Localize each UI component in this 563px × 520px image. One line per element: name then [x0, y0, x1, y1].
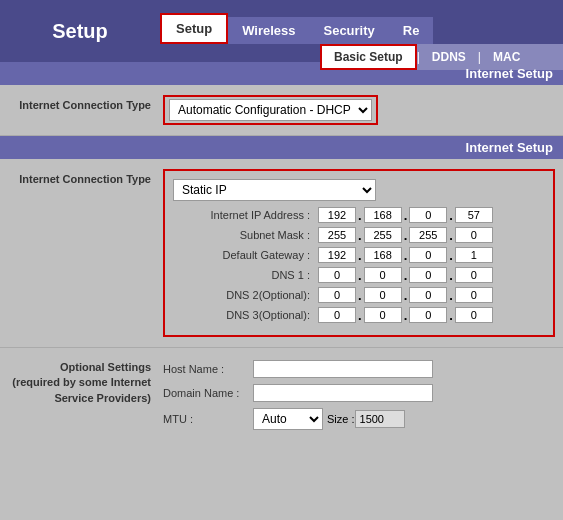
subnet-1[interactable] — [318, 227, 356, 243]
subnet-label: Subnet Mask : — [173, 229, 318, 241]
dns3-4[interactable] — [455, 307, 493, 323]
tab-security[interactable]: Security — [309, 17, 388, 44]
mtu-label: MTU : — [163, 413, 253, 425]
gateway-1[interactable] — [318, 247, 356, 263]
optional-label: Optional Settings(required by some Inter… — [8, 360, 163, 406]
mtu-select[interactable]: Auto Manual — [253, 408, 323, 430]
ip-addr-2[interactable] — [364, 207, 402, 223]
ip-address-inputs: . . . — [318, 207, 493, 223]
domainname-input[interactable] — [253, 384, 433, 402]
dns2-1[interactable] — [318, 287, 356, 303]
optional-fields: Host Name : Domain Name : MTU : Auto Man… — [163, 360, 555, 436]
dns2-row: DNS 2(Optional): . . . — [173, 287, 545, 303]
gateway-4[interactable] — [455, 247, 493, 263]
section2-connection-select[interactable]: Static IP Automatic Configuration - DHCP… — [173, 179, 376, 201]
gateway-dot-2: . — [404, 248, 408, 263]
subnav-mac[interactable]: MAC — [481, 46, 532, 68]
dns1-inputs: . . . — [318, 267, 493, 283]
gateway-dot-3: . — [449, 248, 453, 263]
subnet-4[interactable] — [455, 227, 493, 243]
optional-label-text: Optional Settings(required by some Inter… — [12, 361, 151, 404]
page-wrapper: Setup Setup Wireless Security Re Basic S… — [0, 0, 563, 446]
dns1-4[interactable] — [455, 267, 493, 283]
subnav-ddns[interactable]: DDNS — [420, 46, 478, 68]
dns3-label: DNS 3(Optional): — [173, 309, 318, 321]
ip-addr-3[interactable] — [409, 207, 447, 223]
subnet-dot-2: . — [404, 228, 408, 243]
dns3-3[interactable] — [409, 307, 447, 323]
gateway-dot-1: . — [358, 248, 362, 263]
dns3-row: DNS 3(Optional): . . . — [173, 307, 545, 323]
dns2-4[interactable] — [455, 287, 493, 303]
tab-re[interactable]: Re — [389, 17, 434, 44]
dns2-3[interactable] — [409, 287, 447, 303]
tab-wireless[interactable]: Wireless — [228, 17, 309, 44]
ip-address-label: Internet IP Address : — [173, 209, 318, 221]
dns3-dot-1: . — [358, 308, 362, 323]
section2-content: Internet Setup Internet Connection Type … — [0, 136, 563, 446]
dns1-dot-3: . — [449, 268, 453, 283]
section1-select-wrapper: Automatic Configuration - DHCP Static IP… — [163, 95, 378, 125]
mtu-size-label: Size : — [327, 413, 355, 425]
dns2-dot-2: . — [404, 288, 408, 303]
gateway-inputs: . . . — [318, 247, 493, 263]
dns2-label: DNS 2(Optional): — [173, 289, 318, 301]
mtu-size-input[interactable] — [355, 410, 405, 428]
dns1-1[interactable] — [318, 267, 356, 283]
subnet-row: Subnet Mask : . . . — [173, 227, 545, 243]
dns3-dot-3: . — [449, 308, 453, 323]
dns1-3[interactable] — [409, 267, 447, 283]
subnet-inputs: . . . — [318, 227, 493, 243]
ip-dot-1: . — [358, 208, 362, 223]
ip-address-row: Internet IP Address : . . . — [173, 207, 545, 223]
optional-section-row: Optional Settings(required by some Inter… — [0, 348, 563, 446]
dns3-1[interactable] — [318, 307, 356, 323]
section1-content: Internet Setup Internet Connection Type … — [0, 62, 563, 135]
mtu-row: MTU : Auto Manual Size : — [163, 408, 555, 430]
subnet-dot-1: . — [358, 228, 362, 243]
dns2-inputs: . . . — [318, 287, 493, 303]
nav-tabs: Setup Wireless Security Re — [160, 0, 563, 44]
dns3-inputs: . . . — [318, 307, 493, 323]
section2-connection-label: Internet Connection Type — [8, 169, 163, 185]
dns1-dot-1: . — [358, 268, 362, 283]
dns2-2[interactable] — [364, 287, 402, 303]
section1-row: Internet Connection Type Automatic Confi… — [0, 85, 563, 135]
gateway-2[interactable] — [364, 247, 402, 263]
subnet-2[interactable] — [364, 227, 402, 243]
dns1-2[interactable] — [364, 267, 402, 283]
static-type-row: Static IP Automatic Configuration - DHCP… — [173, 179, 545, 201]
app-title: Setup — [0, 20, 160, 43]
subnet-dot-3: . — [449, 228, 453, 243]
domainname-row: Domain Name : — [163, 384, 555, 402]
section1-connection-content: Automatic Configuration - DHCP Static IP… — [163, 95, 555, 125]
ip-addr-1[interactable] — [318, 207, 356, 223]
hostname-row: Host Name : — [163, 360, 555, 378]
dns2-dot-3: . — [449, 288, 453, 303]
ip-dot-2: . — [404, 208, 408, 223]
ip-addr-4[interactable] — [455, 207, 493, 223]
hostname-input[interactable] — [253, 360, 433, 378]
dns3-2[interactable] — [364, 307, 402, 323]
section2-header: Internet Setup — [0, 136, 563, 159]
dns2-dot-1: . — [358, 288, 362, 303]
domainname-label: Domain Name : — [163, 387, 253, 399]
subnav-basic-setup[interactable]: Basic Setup — [320, 44, 417, 70]
gateway-3[interactable] — [409, 247, 447, 263]
section2-connection-content: Static IP Automatic Configuration - DHCP… — [163, 169, 555, 337]
ip-dot-3: . — [449, 208, 453, 223]
dns1-dot-2: . — [404, 268, 408, 283]
section1-connection-select[interactable]: Automatic Configuration - DHCP Static IP… — [169, 99, 372, 121]
static-ip-box: Static IP Automatic Configuration - DHCP… — [163, 169, 555, 337]
dns3-dot-2: . — [404, 308, 408, 323]
dns1-row: DNS 1 : . . . — [173, 267, 545, 283]
section1-connection-label: Internet Connection Type — [8, 95, 163, 111]
hostname-label: Host Name : — [163, 363, 253, 375]
gateway-label: Default Gateway : — [173, 249, 318, 261]
gateway-row: Default Gateway : . . . — [173, 247, 545, 263]
tab-setup[interactable]: Setup — [160, 13, 228, 44]
dns1-label: DNS 1 : — [173, 269, 318, 281]
section2-row: Internet Connection Type Static IP Autom… — [0, 159, 563, 347]
header: Setup Setup Wireless Security Re Basic S… — [0, 0, 563, 62]
subnet-3[interactable] — [409, 227, 447, 243]
